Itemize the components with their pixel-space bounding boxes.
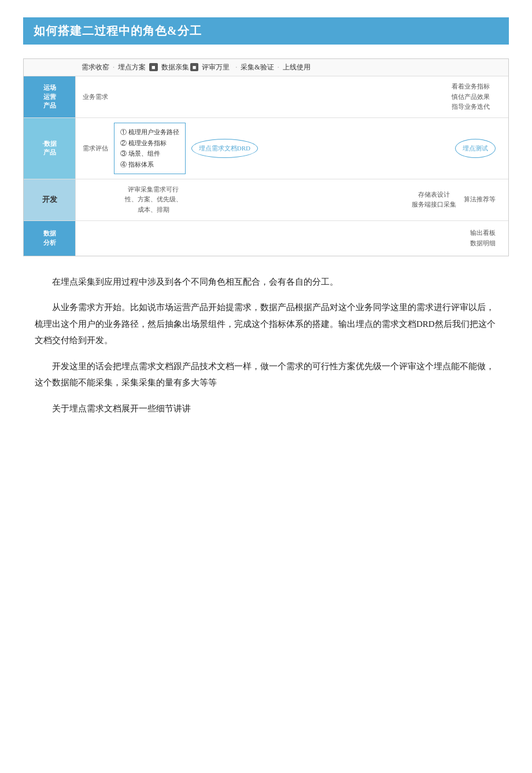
role-data-analysis-label: 数据分析 [24, 221, 75, 256]
page-title-bar: 如何搭建二过程中的角色&分工 [23, 17, 509, 45]
text-para-3: 开发这里的话会把埋点需求文档跟产品技术文档一样，做一个需求的可行性方案优先级一个… [35, 358, 497, 391]
nav-sep-3: · [278, 63, 279, 72]
node-dev-review: 评审采集需求可行性、方案、优先级、成本、排期 [124, 185, 182, 215]
text-para-4: 关于埋点需求文档展开一些细节讲讲 [35, 400, 497, 417]
nav-highlight-square2: ■ [190, 63, 199, 71]
row-data-product-content: 需求评估 ① 梳理用户业务路径 ② 梳理业务指标 ③ 场景、组件 ④ 指标体系 … [76, 118, 508, 179]
role-data-product-label: ·数据产品 [24, 118, 75, 179]
node-business-demand: 业务需求 [83, 92, 108, 102]
nav-item-2: 埋点方案 [118, 62, 146, 72]
row-data-analysis-content: 输出看板数据明细 [76, 221, 508, 256]
text-para-1: 在埋点采集到应用过程中涉及到各个不同角色相互配合，会有各自的分工。 [35, 274, 497, 290]
nav-highlight-square: ■ [149, 63, 158, 71]
role-market: 运场运营产品 [24, 76, 76, 117]
nav-sep-1: · [113, 63, 114, 72]
node-market-output: 看着业务指标慎估产品效果指导业务迭代 [452, 82, 490, 112]
nav-item-3: 数据亲集 [161, 62, 189, 72]
nav-sep-2: · [235, 63, 237, 72]
node-oval-test: 埋点测试 [455, 139, 496, 158]
role-market-label: 运场运营产品 [24, 76, 75, 117]
diagram-nav: 需求收窑 · 埋点方案 ■ 数据亲集 ■ 评审万里 · 采集&验证 · 上线使用 [24, 59, 508, 76]
row-dev-content: 评审采集需求可行性、方案、优先级、成本、排期 存储表设计服务端接口采集 算法推荐… [76, 179, 508, 220]
node-dev-storage: 存储表设计服务端接口采集 [411, 190, 457, 210]
text-content: 在埋点采集到应用过程中涉及到各个不同角色相互配合，会有各自的分工。 从业务需求方… [23, 274, 509, 417]
text-para-2: 从业务需求方开始。比如说市场运营产品开始提需求，数据产品根据产品对这个业务同学这… [35, 299, 497, 349]
nav-item-5: 采集&验证 [241, 62, 274, 72]
nav-item-6: 上线使用 [283, 62, 311, 72]
nav-item-1: 需求收窑 [82, 62, 109, 72]
role-data-analysis: 数据分析 [24, 221, 76, 256]
role-data-product: ·数据产品 [24, 118, 76, 179]
diagram-row-dev: 开发 评审采集需求可行性、方案、优先级、成本、排期 存储表设计服务端接口采集 算… [24, 179, 508, 221]
node-demand-eval: 需求评估 [83, 143, 108, 154]
diagram-row-data-product: ·数据产品 需求评估 ① 梳理用户业务路径 ② 梳理业务指标 ③ 场景、组件 ④… [24, 118, 508, 179]
role-dev: 开发 [24, 179, 76, 220]
node-box-path: ① 梳理用户业务路径 ② 梳理业务指标 ③ 场景、组件 ④ 指标体系 [114, 123, 186, 174]
node-oval-drd: 埋点需求文档DRD [191, 139, 258, 158]
diagram: 需求收窑 · 埋点方案 ■ 数据亲集 ■ 评审万里 · 采集&验证 · 上线使用… [23, 58, 509, 256]
nav-item-4: 评审万里 [202, 62, 230, 72]
diagram-row-data-analysis: 数据分析 输出看板数据明细 [24, 221, 508, 256]
node-dev-algo: 算法推荐等 [464, 194, 496, 205]
page-title: 如何搭建二过程中的角色&分工 [34, 24, 202, 37]
diagram-row-market: 运场运营产品 业务需求 看着业务指标慎估产品效果指导业务迭代 [24, 76, 508, 118]
row-market-content: 业务需求 看着业务指标慎估产品效果指导业务迭代 [76, 76, 508, 117]
node-analysis-output: 输出看板数据明细 [470, 228, 496, 248]
role-dev-label: 开发 [24, 179, 75, 220]
